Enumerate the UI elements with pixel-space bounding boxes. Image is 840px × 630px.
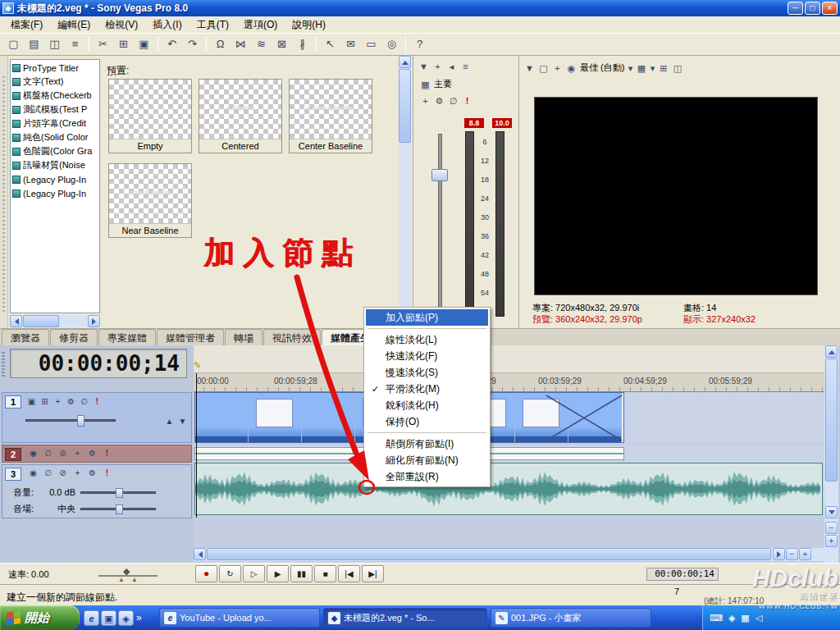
zoom-out-icon[interactable]: − bbox=[786, 548, 798, 560]
main-timecode-display[interactable]: 00:00:00;14 bbox=[10, 349, 187, 378]
show-desktop-icon[interactable]: ▣ bbox=[101, 610, 116, 626]
menu-item-smooth-fade[interactable]: ✓平滑淡化(M) bbox=[366, 381, 488, 397]
list-item[interactable]: 測試模板(Test P bbox=[11, 103, 98, 116]
tab-trimmer[interactable]: 修剪器 bbox=[50, 329, 98, 345]
menu-item-flip-all-points[interactable]: 顛倒所有節點(I) bbox=[366, 436, 488, 452]
restore-button[interactable]: □ bbox=[805, 2, 820, 15]
track-level-slider[interactable] bbox=[25, 419, 116, 422]
external-monitor-icon[interactable]: ▢ bbox=[536, 61, 550, 74]
marker-bar[interactable]: ✎ bbox=[194, 345, 824, 373]
track-automation-icon[interactable]: ⚙ bbox=[86, 468, 98, 479]
close-button[interactable]: × bbox=[822, 2, 838, 15]
auto-crossfade-icon[interactable]: ⋈ bbox=[231, 35, 250, 53]
scrollbar-thumb[interactable] bbox=[825, 358, 838, 482]
whats-this-help-icon[interactable]: ? bbox=[410, 35, 429, 53]
video-track-lane[interactable] bbox=[194, 392, 824, 443]
audio-track-lane[interactable] bbox=[194, 445, 824, 463]
grid-overlay-icon[interactable]: ▦ bbox=[634, 61, 648, 74]
tab-project-media[interactable]: 專案媒體 bbox=[98, 329, 156, 345]
list-item[interactable]: 訊噪材質(Noise bbox=[11, 158, 98, 172]
master-fader-track[interactable] bbox=[438, 134, 442, 308]
go-to-start-button[interactable]: |◀ bbox=[338, 565, 360, 582]
track-copy-icon[interactable]: ⊞ bbox=[39, 396, 51, 408]
open-project-icon[interactable]: ▤ bbox=[25, 35, 43, 53]
scroll-right-icon[interactable] bbox=[773, 548, 785, 560]
bus-automation-icon[interactable]: ⚙ bbox=[432, 94, 446, 107]
drag-handle[interactable] bbox=[2, 350, 5, 377]
ie-quicklaunch-icon[interactable]: e bbox=[84, 610, 99, 626]
tab-video-fx[interactable]: 視訊特效 bbox=[263, 329, 321, 345]
video-overlays-icon[interactable]: + bbox=[550, 61, 564, 74]
video-event-thumbnail[interactable] bbox=[249, 393, 302, 442]
preset-tile-centered[interactable]: Centered Centered bbox=[199, 79, 282, 153]
video-event-fx-icon[interactable]: ▼ bbox=[523, 61, 536, 74]
mixer-downmix-icon[interactable]: ◂ bbox=[445, 59, 459, 72]
network-tray-icon[interactable]: ▦ bbox=[741, 613, 749, 623]
menu-edit[interactable]: 編輯(E) bbox=[50, 16, 98, 34]
quality-dropdown-icon[interactable]: ▾ bbox=[626, 61, 634, 74]
scroll-down-icon[interactable] bbox=[825, 506, 838, 518]
project-properties-icon[interactable]: ≡ bbox=[66, 35, 84, 53]
taskbar-button-paint[interactable]: ✎ 001.JPG - 小畫家 bbox=[491, 608, 651, 628]
preset-tile-empty[interactable]: Empty bbox=[108, 79, 192, 153]
scroll-up-icon[interactable] bbox=[399, 56, 411, 68]
taskbar-button-vegas[interactable]: ◆ 未標題的2.veg * - So... bbox=[323, 608, 487, 628]
tab-media-manager[interactable]: 媒體管理者 bbox=[157, 329, 224, 345]
go-to-end-button[interactable]: ▶| bbox=[362, 565, 384, 582]
video-event-thumbnail[interactable] bbox=[302, 393, 355, 442]
list-item[interactable]: 片頭字幕(Credit bbox=[11, 116, 98, 130]
zoom-in-icon[interactable]: + bbox=[799, 548, 811, 560]
ime-keyboard-icon[interactable]: ⌨ bbox=[710, 613, 723, 623]
generators-horizontal-scrollbar[interactable] bbox=[10, 315, 100, 327]
clip-alert-icon[interactable]: ! bbox=[460, 94, 474, 107]
taskbar-button-youtube[interactable]: e YouTube - Upload yo... bbox=[159, 608, 320, 628]
track-number[interactable]: 2 bbox=[5, 448, 21, 461]
dock-strip[interactable] bbox=[0, 56, 8, 328]
audio-event[interactable] bbox=[194, 463, 823, 515]
undo-icon[interactable]: ↶ bbox=[162, 35, 181, 53]
scroll-right-icon[interactable] bbox=[88, 315, 100, 327]
save-snapshot-icon[interactable]: ◫ bbox=[670, 61, 684, 74]
track-automation-icon[interactable]: ⚙ bbox=[86, 448, 98, 459]
track-alert-icon[interactable]: ! bbox=[91, 396, 103, 408]
paste-icon[interactable]: ▣ bbox=[135, 35, 153, 53]
quicklaunch-chevron-icon[interactable]: » bbox=[136, 612, 142, 623]
track-fx-icon[interactable]: + bbox=[52, 396, 64, 408]
loop-playback-button[interactable]: ↻ bbox=[219, 565, 241, 582]
menu-item-fast-fade[interactable]: 快速淡化(F) bbox=[366, 348, 488, 364]
track-zoom-out-icon[interactable]: − bbox=[825, 522, 838, 534]
copy-snapshot-icon[interactable]: ⊞ bbox=[656, 61, 670, 74]
list-item[interactable]: 純色(Solid Color bbox=[11, 130, 98, 144]
auto-ripple-icon[interactable]: ≋ bbox=[252, 35, 271, 53]
selection-edit-tool-icon[interactable]: ▭ bbox=[362, 35, 381, 53]
menu-item-thin-all-points[interactable]: 細化所有節點(N) bbox=[366, 452, 488, 468]
track-mute-icon[interactable]: ∅ bbox=[42, 448, 54, 459]
menu-tools[interactable]: 工具(T) bbox=[189, 16, 236, 34]
envelope-edit-tool-icon[interactable]: ✉ bbox=[341, 35, 360, 53]
scrollbar-thumb[interactable] bbox=[399, 69, 411, 143]
insert-assignable-fx-icon[interactable]: + bbox=[431, 59, 445, 72]
normal-edit-tool-icon[interactable]: ↖ bbox=[321, 35, 340, 53]
copy-icon[interactable]: ⊞ bbox=[114, 35, 133, 53]
time-ruler[interactable]: 00:00:00 00:00:59;28 00:02:59;29 00:03:5… bbox=[194, 373, 824, 392]
preview-quality-icon[interactable]: ◉ bbox=[564, 61, 578, 74]
audio-track-lane[interactable] bbox=[194, 463, 824, 517]
record-arm-icon[interactable]: ◉ bbox=[27, 468, 39, 479]
play-button[interactable]: ▶ bbox=[267, 565, 289, 582]
menu-item-add-point[interactable]: 加入節點(P) bbox=[366, 309, 488, 326]
audio-track-header[interactable]: 3 ◉ ∅ ⊘ + ⚙ ! 音量: 0.0 dB 音場: 中央 bbox=[2, 464, 192, 518]
menu-item-linear-fade[interactable]: 線性淡化(L) bbox=[366, 331, 488, 348]
track-fx-icon[interactable]: + bbox=[71, 448, 84, 459]
track-solo-icon[interactable]: ⊘ bbox=[57, 448, 69, 459]
bus-mute-icon[interactable]: ∅ bbox=[446, 94, 460, 107]
play-from-start-button[interactable]: ▷ bbox=[243, 565, 265, 582]
menu-item-hold[interactable]: 保持(O) bbox=[366, 413, 488, 430]
video-event-thumbnail[interactable] bbox=[195, 393, 249, 442]
presets-vertical-scrollbar[interactable] bbox=[399, 56, 411, 326]
track-automation-icon[interactable]: ⚙ bbox=[65, 396, 77, 408]
preset-tile-near-baseline[interactable]: Near Baseline Near Baseline bbox=[108, 163, 192, 238]
volume-tray-icon[interactable]: ◁ bbox=[756, 613, 762, 623]
tab-transitions[interactable]: 轉場 bbox=[225, 329, 262, 345]
timeline-horizontal-scrollbar[interactable]: − + bbox=[194, 548, 824, 561]
antivirus-tray-icon[interactable]: ◈ bbox=[728, 613, 735, 623]
